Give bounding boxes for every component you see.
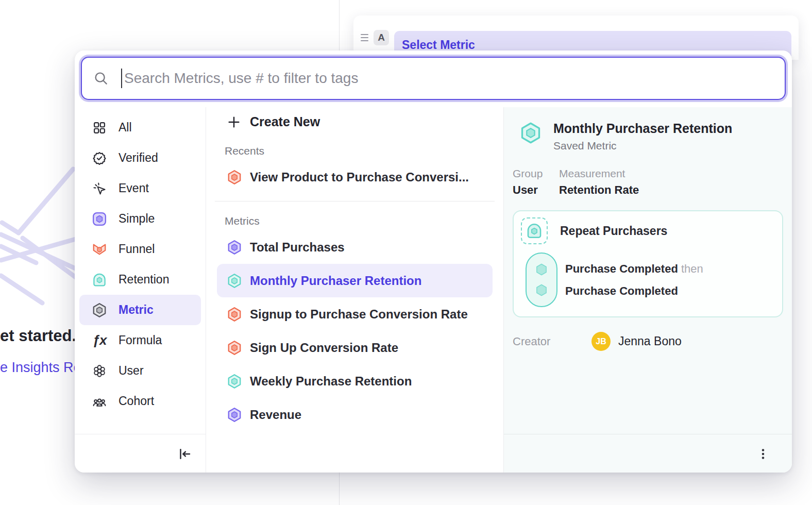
metric-detail-panel: Monthly Purchaser Retention Saved Metric… <box>504 107 792 473</box>
detail-header: Monthly Purchaser Retention Saved Metric <box>504 107 792 152</box>
text-caret <box>121 69 122 88</box>
metric-item-sign-up-conversion-rate[interactable]: Sign Up Conversion Rate <box>217 331 493 364</box>
event-sequence-capsule <box>526 252 557 307</box>
search-input[interactable] <box>124 70 785 87</box>
sidebar-item-user[interactable]: User <box>79 356 201 386</box>
metric-hexagon-icon <box>92 302 107 318</box>
user-icon <box>92 363 107 379</box>
metric-item-revenue[interactable]: Revenue <box>217 398 493 431</box>
metric-item-monthly-purchaser-retention[interactable]: Monthly Purchaser Retention <box>217 264 493 297</box>
detail-footer <box>504 434 792 473</box>
list-divider <box>215 201 495 201</box>
event-hexagon-icon <box>534 262 549 277</box>
retention-metric-hexagon-icon <box>519 122 542 144</box>
metric-item-label: Revenue <box>250 408 301 422</box>
modal-body: All Verified <box>75 107 792 473</box>
sidebar-item-metric[interactable]: Metric <box>79 295 201 325</box>
sidebar-item-label: Retention <box>119 273 169 287</box>
metric-hexagon-icon <box>227 340 242 356</box>
formula-icon: ƒx <box>92 333 107 348</box>
metric-hexagon-icon <box>227 307 242 322</box>
step-2: Purchase Completed <box>565 284 703 298</box>
detail-meta: Group User Measurement Retention Rate <box>504 152 792 197</box>
funnel-metric-hexagon-icon <box>227 170 242 185</box>
step-1: Purchase Completed then <box>565 262 703 276</box>
collapse-panel-icon[interactable] <box>177 446 192 462</box>
retention-icon <box>92 272 107 288</box>
sidebar-item-all[interactable]: All <box>79 112 201 143</box>
cohort-icon <box>92 394 107 409</box>
verified-badge-icon <box>92 150 107 166</box>
create-new-button[interactable]: Create New <box>206 107 503 134</box>
metric-item-signup-to-purchase-conversion-rate[interactable]: Signup to Purchase Conversion Rate <box>217 297 493 331</box>
metric-item-weekly-purchase-retention[interactable]: Weekly Purchase Retention <box>217 364 493 398</box>
sidebar-item-label: Cohort <box>119 394 154 408</box>
sidebar-item-label: All <box>119 121 132 134</box>
sidebar-item-label: Formula <box>119 333 162 347</box>
drag-handle-icon[interactable] <box>361 34 368 41</box>
create-new-label: Create New <box>250 114 320 129</box>
creator-row: Creator JB Jenna Bono <box>504 317 792 351</box>
search-icon <box>93 71 109 86</box>
metrics-header: Metrics <box>206 205 503 230</box>
group-value: User <box>513 183 559 197</box>
sidebar-footer <box>75 434 206 473</box>
metric-hexagon-icon <box>227 240 242 255</box>
metric-hexagon-icon <box>227 273 242 289</box>
sidebar-item-label: Verified <box>119 151 158 165</box>
group-label: Group <box>513 167 559 180</box>
funnel-icon <box>92 242 107 257</box>
sidebar-item-label: Metric <box>119 303 154 317</box>
creator-label: Creator <box>513 335 591 348</box>
category-sidebar: All Verified <box>75 107 206 473</box>
plus-icon <box>227 115 241 129</box>
simple-metric-icon <box>92 211 107 227</box>
sidebar-item-simple[interactable]: Simple <box>79 204 201 234</box>
sidebar-item-label: Simple <box>119 212 155 226</box>
metric-picker-modal: All Verified <box>75 50 792 473</box>
sidebar-item-label: Funnel <box>119 242 155 256</box>
detail-title: Monthly Purchaser Retention <box>553 121 732 137</box>
recent-item-label: View Product to Purchase Conversi... <box>250 170 469 184</box>
sidebar-item-event[interactable]: Event <box>79 173 201 204</box>
measurement-value: Retention Rate <box>559 183 639 197</box>
grid-icon <box>92 120 107 136</box>
measurement-label: Measurement <box>559 167 639 180</box>
metric-hexagon-icon <box>227 374 242 389</box>
event-hexagon-icon <box>534 283 549 297</box>
sidebar-item-verified[interactable]: Verified <box>79 143 201 173</box>
recents-header: Recents <box>206 134 503 160</box>
metric-hexagon-icon <box>227 407 242 423</box>
background-headline: et started. <box>0 327 76 345</box>
step-connector: then <box>681 262 703 275</box>
sidebar-item-cohort[interactable]: Cohort <box>79 386 201 416</box>
sidebar-item-funnel[interactable]: Funnel <box>79 234 201 264</box>
insights-report-link[interactable]: e Insights Re <box>0 360 81 376</box>
retention-behavior-icon <box>521 217 548 244</box>
creator-name: Jenna Bono <box>618 334 682 348</box>
recent-item-view-product-to-purchase[interactable]: View Product to Purchase Conversi... <box>217 160 493 194</box>
metric-item-label: Signup to Purchase Conversion Rate <box>250 307 468 322</box>
metric-item-total-purchases[interactable]: Total Purchases <box>217 230 493 264</box>
metric-item-label: Monthly Purchaser Retention <box>250 274 421 288</box>
metric-item-label: Total Purchases <box>250 240 345 255</box>
sidebar-item-formula[interactable]: ƒx Formula <box>79 325 201 356</box>
select-metric-label: Select Metric <box>402 38 475 52</box>
saved-metric-definition-card: Repeat Purchasers <box>513 210 783 317</box>
kebab-menu-icon[interactable] <box>756 447 770 461</box>
detail-subtitle: Saved Metric <box>553 140 732 152</box>
sidebar-item-label: Event <box>119 181 149 195</box>
behavior-title: Repeat Purchasers <box>560 224 667 238</box>
screen: et started. e Insights Re A Select Metri… <box>0 0 812 505</box>
metric-item-label: Sign Up Conversion Rate <box>250 341 398 355</box>
series-letter-chip: A <box>374 30 389 45</box>
event-cursor-icon <box>92 181 107 196</box>
metric-item-label: Weekly Purchase Retention <box>250 374 412 389</box>
sidebar-item-retention[interactable]: Retention <box>79 264 201 295</box>
creator-avatar: JB <box>591 332 611 351</box>
search-box <box>81 57 786 100</box>
sidebar-item-label: User <box>119 364 144 378</box>
metric-list-column: Create New Recents View Product to Purch… <box>206 107 504 473</box>
